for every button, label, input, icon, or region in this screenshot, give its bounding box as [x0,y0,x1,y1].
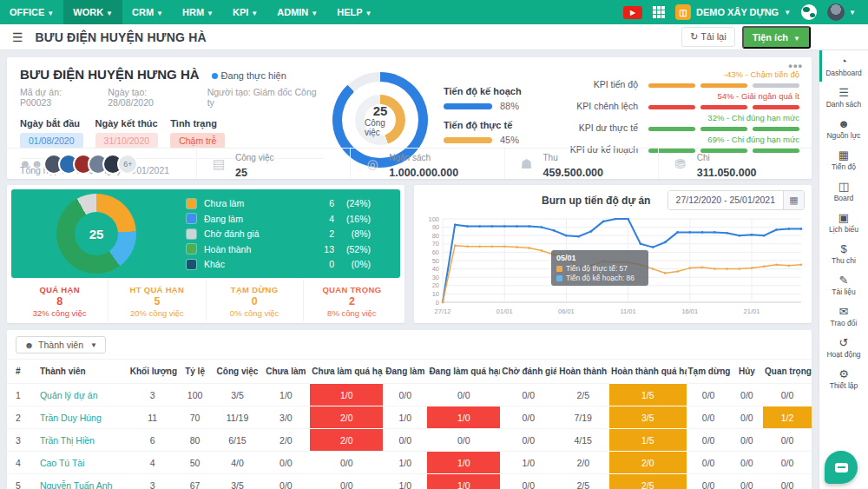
tooltip-swatch [556,266,562,272]
sidebar-item-thu-chi[interactable]: $Thu chi [819,238,868,269]
svg-text:21/01: 21/01 [744,307,760,315]
kpi-bar-segment [700,127,747,131]
tooltip-date: 05/01 [556,254,643,262]
col-header[interactable]: Hủy [731,360,763,384]
sidebar-item-tien-do[interactable]: ▦Tiến độ [819,144,868,175]
chevron-down-icon: ▼ [156,10,163,17]
row-number: 4 [7,452,31,474]
hamburger-menu-icon[interactable]: ☰ [0,30,36,44]
table-row: 3Trần Thị Hiền6806/152/02/00/00/00/04/15… [7,429,812,452]
kpi-label: KPI chênh lệch [565,101,648,111]
member-link[interactable]: Nguyễn Tuấn Anh [40,480,112,489]
status-kpis: QUÁ HẠN 8 32% công việc HT QUÁ HẠN 5 20%… [11,280,400,321]
user-menu[interactable]: ▼ [827,3,856,21]
col-header[interactable]: Công việc [214,360,262,384]
table-cell: 0/0 [763,452,812,474]
table-cell: 1/0 [383,406,427,429]
col-header[interactable]: Thành viên [31,360,128,384]
col-header[interactable]: Đang làm [383,360,427,384]
kpi-note: 54% - Giải ngân quá ít [717,91,799,101]
history-icon: ↺ [820,337,867,349]
stat-value: 311.050.000 [697,167,757,179]
svg-text:60: 60 [432,248,439,256]
nav-item-hrm[interactable]: HRM▼ [173,0,223,24]
nav-item-kpi[interactable]: KPI▼ [223,0,267,24]
utilities-button[interactable]: Tiện ích ▼ [742,26,811,49]
col-header[interactable]: Hoàn thành [556,360,609,384]
stat-label: Chi [697,153,710,162]
legend-label: Khác [204,259,315,269]
more-avatars-badge[interactable]: 6+ [117,154,138,175]
col-header[interactable]: Chưa làm [261,360,310,384]
nav-item-admin[interactable]: ADMIN▼ [267,0,327,24]
col-header[interactable]: Hoàn thành quá hạn [609,360,687,384]
svg-text:80: 80 [432,232,439,240]
language-globe-icon[interactable] [801,4,817,20]
reload-button[interactable]: ↻ Tải lại [681,27,734,47]
user-avatar [827,3,845,21]
legend-pct: (8%) [334,228,371,239]
col-header[interactable]: Tạm dừng [687,360,731,384]
youtube-icon[interactable]: ▶ [623,6,642,19]
table-cell: 3 [128,474,177,489]
plan-progress-pct: 88% [500,101,519,111]
sidebar-item-danh-sach[interactable]: ☰Danh sách [819,82,868,113]
sidebar-item-hoat-dong[interactable]: ↺Hoạt động [819,332,868,363]
col-header[interactable]: Chưa làm quá hạn [310,360,383,384]
sidebar-item-label: Dashboard [820,69,867,77]
member-cell: Nguyễn Tuấn Anh [31,474,128,489]
table-cell: 0/0 [261,474,310,489]
table-row: 2Trần Duy Hùng117011/193/02/01/01/00/07/… [7,406,812,429]
chat-fab-button[interactable] [825,451,858,484]
nav-item-work[interactable]: WORK▼ [63,0,122,24]
workspace-switcher[interactable]: ◫ DEMO XÂY DỰNG ▼ [675,4,791,20]
nav-item-help[interactable]: HELP▼ [327,0,381,24]
member-link[interactable]: Trần Duy Hùng [40,413,102,423]
calendar-icon[interactable]: ▦ [783,191,804,209]
table-cell: 100 [177,384,214,406]
kpi-bar-segment [648,127,695,131]
stat-income: ☗ Thu459.500.000 [504,149,658,179]
sidebar-item-tai-lieu[interactable]: ✎Tài liệu [819,269,868,301]
col-header[interactable]: Khối lượng [128,360,177,384]
table-cell: 0/0 [763,429,812,452]
table-cell: 0/0 [731,474,763,489]
table-cell: 1/0 [310,384,383,406]
table-row: 1Quản lý dự án31003/51/01/00/00/00/02/51… [7,384,812,406]
gantt-icon: ▦ [820,149,867,162]
col-header[interactable]: Chờ đánh giá [500,360,556,384]
col-header[interactable]: Tỷ lệ [177,360,214,384]
col-header[interactable]: Quan trọng [763,360,812,384]
table-cell: 1/0 [500,452,556,474]
row-number: 3 [7,429,31,452]
sidebar-item-lich-bieu[interactable]: ▣Lịch biểu [819,207,868,238]
chat-icon: ✉ [820,306,867,318]
nav-menu: OFFICE▼ WORK▼ CRM▼ HRM▼ KPI▼ ADMIN▼ HELP… [0,0,382,24]
sidebar-item-trao-doi[interactable]: ✉Trao đổi [819,301,868,332]
members-filter-button[interactable]: ☻ Thành viên ▼ [16,336,106,354]
nav-item-crm[interactable]: CRM▼ [122,0,173,24]
gear-icon: ⚙ [820,368,867,380]
date-range-picker[interactable]: 27/12/2020 - 25/01/2021 ▦ [667,190,805,210]
nav-item-office[interactable]: OFFICE▼ [0,0,63,24]
sidebar-item-board[interactable]: ◫Board [819,175,868,207]
svg-text:90: 90 [432,223,439,231]
sidebar-item-thiet-lap[interactable]: ⚙Thiết lập [819,363,868,394]
legend-pct: (52%) [334,244,371,254]
svg-text:70: 70 [432,240,439,248]
apps-grid-icon[interactable] [653,6,665,18]
plan-progress-label: Tiến độ kế hoạch [444,86,522,96]
sidebar-item-dashboard[interactable]: ◔Dashboard [819,50,868,82]
stat-value: 25 [235,167,247,179]
col-header[interactable]: # [7,360,31,384]
legend-swatch [187,260,196,269]
sidebar-item-nguon-luc[interactable]: ☻Nguồn lực [819,113,868,144]
member-link[interactable]: Cao Tú Tài [40,458,85,468]
chevron-down-icon: ▼ [849,9,856,17]
kpi-bar [648,127,799,131]
col-header[interactable]: Đang làm quá hạn [427,360,500,384]
member-link[interactable]: Trần Thị Hiền [40,435,95,446]
status-donut: 25 [56,194,136,274]
table-cell: 0/0 [261,452,310,474]
member-link[interactable]: Quản lý dự án [40,390,98,400]
